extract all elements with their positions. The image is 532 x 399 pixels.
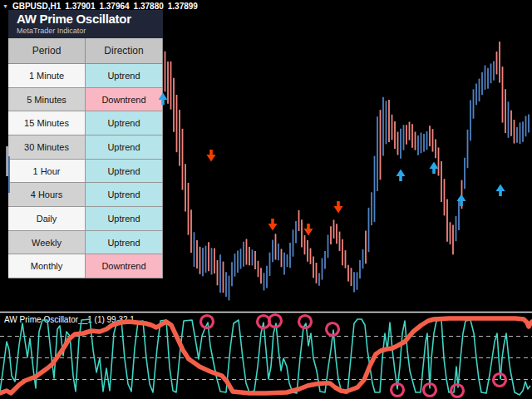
indicator-panel-header: AW Prime Oscillator MetaTrader Indicator [8,10,163,38]
period-cell: 15 Minutes [8,111,86,135]
quote-close: 1.37899 [168,2,198,11]
table-row: 5 MinutesDowntrend [8,88,163,112]
period-cell: 5 Minutes [8,88,86,112]
metatrader-chart-window: AW Prime Oscillator__1 (1) 99 32 1 ▼ GBP… [0,0,532,399]
table-header-row: Period Direction [8,38,163,64]
oscillator-fast-line [0,319,530,395]
signal-circle [451,385,464,397]
indicator-panel: AW Prime Oscillator MetaTrader Indicator… [8,10,163,278]
table-row: 15 MinutesUptrend [8,111,163,135]
table-row: MonthlyDowntrend [8,254,163,278]
direction-cell: Downtrend [86,254,163,278]
symbol-dropdown-icon[interactable]: ▼ [2,2,8,11]
table-row: 1 MinuteUptrend [8,64,163,88]
signal-circle [201,316,214,328]
symbol-period: GBPUSD,H1 [12,2,61,11]
period-cell: 1 Minute [8,64,86,88]
table-row: WeeklyUptrend [8,231,163,255]
signal-table-body: 1 MinuteUptrend5 MinutesDowntrend15 Minu… [8,64,163,278]
panel-title: AW Prime Oscillator [17,12,163,27]
period-cell: Daily [8,207,86,231]
price-bars-group [156,42,529,300]
table-row: 30 MinutesUptrend [8,135,163,160]
direction-cell: Uptrend [86,111,163,135]
direction-cell: Uptrend [86,231,163,255]
direction-cell: Downtrend [86,88,163,112]
quote-bar: ▼ GBPUSD,H1 1.37901 1.37964 1.37880 1.37… [2,2,202,11]
table-header-period: Period [8,38,86,64]
direction-cell: Uptrend [86,160,163,184]
period-cell: 4 Hours [8,183,86,207]
table-row: 1 HourUptrend [8,160,163,184]
period-cell: Weekly [8,231,86,255]
direction-cell: Uptrend [86,64,163,88]
quote-low: 1.37880 [134,2,164,11]
signal-circle [299,316,312,328]
direction-cell: Uptrend [86,207,163,231]
direction-cell: Uptrend [86,135,163,160]
period-cell: Monthly [8,254,86,278]
table-header-direction: Direction [86,38,163,64]
quote-high: 1.37964 [99,2,129,11]
oscillator-pane-group [0,313,532,397]
quote-open: 1.37901 [65,2,95,11]
direction-cell: Uptrend [86,183,163,207]
period-cell: 1 Hour [8,160,86,184]
table-row: 4 HoursUptrend [8,183,163,207]
period-cell: 30 Minutes [8,135,86,160]
panel-subtitle: MetaTrader Indicator [17,27,163,35]
table-row: DailyUptrend [8,207,163,231]
